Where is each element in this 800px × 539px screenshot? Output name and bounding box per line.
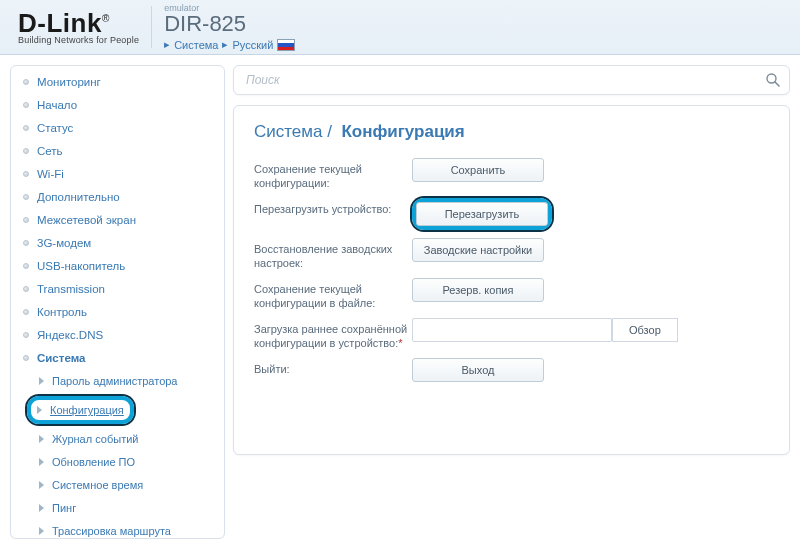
row-factory-reset: Восстановление заводских настроек: Завод… (254, 238, 769, 270)
model-name: DIR-825 (164, 13, 295, 35)
label-backup: Сохранение текущей конфигурации в файле: (254, 278, 412, 310)
sidebar-item-label: Трассировка маршрута (52, 523, 171, 539)
caret-right-icon (39, 435, 44, 443)
row-logout: Выйти: Выход (254, 358, 769, 382)
caret-right-icon (39, 458, 44, 466)
sidebar-item-3g[interactable]: 3G-модем (11, 231, 224, 254)
sidebar-item-label: Transmission (37, 281, 105, 297)
model-block: emulator DIR-825 ▸ Система ▸ Русский (164, 3, 295, 51)
bullet-icon (23, 171, 29, 177)
sidebar-item-network[interactable]: Сеть (11, 139, 224, 162)
bullet-icon (23, 79, 29, 85)
factory-reset-button[interactable]: Заводские настройки (412, 238, 544, 262)
reboot-button[interactable]: Перезагрузить (416, 202, 548, 226)
crumb-language[interactable]: Русский (232, 39, 273, 51)
logo-tagline: Building Networks for People (18, 35, 139, 45)
label-factory-reset: Восстановление заводских настроек: (254, 238, 412, 270)
header: D-Link® Building Networks for People emu… (0, 0, 800, 55)
main-area: Система / Конфигурация Сохранение текуще… (233, 65, 790, 539)
required-asterisk: * (398, 337, 402, 349)
sidebar-item-label: Начало (37, 97, 77, 113)
logout-button[interactable]: Выход (412, 358, 544, 382)
bullet-icon (23, 125, 29, 131)
sidebar-item-usb-storage[interactable]: USB-накопитель (11, 254, 224, 277)
sidebar-item-label: 3G-модем (37, 235, 91, 251)
sidebar-item-label: USB-накопитель (37, 258, 125, 274)
caret-right-icon (39, 527, 44, 535)
logo-text: D-Link® (18, 10, 139, 36)
sidebar-item-control[interactable]: Контроль (11, 300, 224, 323)
sidebar-item-label: Сеть (37, 143, 63, 159)
sidebar-item-label: Контроль (37, 304, 87, 320)
highlight-marker: Перезагрузить (412, 198, 552, 230)
sidebar-item-label: Дополнительно (37, 189, 120, 205)
sidebar-item-configuration[interactable]: Конфигурация (11, 392, 224, 427)
bullet-icon (23, 240, 29, 246)
search-input[interactable] (246, 73, 765, 87)
sidebar-item-label: Статус (37, 120, 73, 136)
label-upload-config: Загрузка раннее сохранённой конфигурации… (254, 318, 412, 350)
bullet-icon (23, 355, 29, 361)
sidebar-item-wifi[interactable]: Wi-Fi (11, 162, 224, 185)
highlight-marker: Конфигурация (27, 396, 134, 424)
content-panel: Система / Конфигурация Сохранение текуще… (233, 105, 790, 455)
bullet-icon (23, 332, 29, 338)
sidebar-item-traceroute[interactable]: Трассировка маршрута (11, 519, 224, 539)
caret-right-icon (37, 406, 42, 414)
brand-logo: D-Link® Building Networks for People (18, 10, 139, 45)
row-save-config: Сохранение текущей конфигурации: Сохрани… (254, 158, 769, 190)
page-title: Система / Конфигурация (254, 122, 769, 142)
sidebar-item-label: Яндекс.DNS (37, 327, 103, 343)
divider (151, 6, 152, 48)
sidebar-item-label: Мониторинг (37, 74, 101, 90)
sidebar-item-admin-password[interactable]: Пароль администратора (11, 369, 224, 392)
sidebar-item-status[interactable]: Статус (11, 116, 224, 139)
sidebar-item-label: Пинг (52, 500, 76, 516)
label-reboot: Перезагрузить устройство: (254, 198, 412, 216)
bullet-icon (23, 286, 29, 292)
flag-ru-icon[interactable] (277, 39, 295, 51)
breadcrumb: ▸ Система ▸ Русский (164, 38, 295, 51)
sidebar-item-start[interactable]: Начало (11, 93, 224, 116)
chevron-right-icon: ▸ (222, 38, 228, 51)
sidebar-item-monitoring[interactable]: Мониторинг (11, 70, 224, 93)
caret-right-icon (39, 377, 44, 385)
sidebar-item-label: Обновление ПО (52, 454, 135, 470)
bullet-icon (23, 217, 29, 223)
sidebar-item-label: Система (37, 350, 85, 366)
bullet-icon (23, 194, 29, 200)
sidebar-item-label: Пароль администратора (52, 373, 178, 389)
sidebar-item-label: Конфигурация (50, 402, 124, 418)
label-logout: Выйти: (254, 358, 412, 376)
bullet-icon (23, 102, 29, 108)
sidebar: Мониторинг Начало Статус Сеть Wi-Fi Допо… (10, 65, 225, 539)
chevron-right-icon: ▸ (164, 38, 170, 51)
browse-button[interactable]: Обзор (612, 318, 678, 342)
search-bar (233, 65, 790, 95)
sidebar-item-firewall[interactable]: Межсетевой экран (11, 208, 224, 231)
crumb-section[interactable]: Система (174, 39, 218, 51)
bullet-icon (23, 309, 29, 315)
sidebar-item-label: Межсетевой экран (37, 212, 136, 228)
sidebar-item-ping[interactable]: Пинг (11, 496, 224, 519)
bullet-icon (23, 148, 29, 154)
sidebar-item-firmware-update[interactable]: Обновление ПО (11, 450, 224, 473)
row-upload-config: Загрузка раннее сохранённой конфигурации… (254, 318, 769, 350)
sidebar-item-yandex-dns[interactable]: Яндекс.DNS (11, 323, 224, 346)
sidebar-item-system[interactable]: Система (11, 346, 224, 369)
save-button[interactable]: Сохранить (412, 158, 544, 182)
sidebar-item-transmission[interactable]: Transmission (11, 277, 224, 300)
search-icon[interactable] (765, 72, 781, 88)
bullet-icon (23, 263, 29, 269)
upload-file-path-input[interactable] (412, 318, 612, 342)
label-save-config: Сохранение текущей конфигурации: (254, 158, 412, 190)
row-reboot: Перезагрузить устройство: Перезагрузить (254, 198, 769, 230)
caret-right-icon (39, 504, 44, 512)
sidebar-item-system-time[interactable]: Системное время (11, 473, 224, 496)
sidebar-item-event-log[interactable]: Журнал событий (11, 427, 224, 450)
row-backup: Сохранение текущей конфигурации в файле:… (254, 278, 769, 310)
sidebar-item-advanced[interactable]: Дополнительно (11, 185, 224, 208)
backup-button[interactable]: Резерв. копия (412, 278, 544, 302)
sidebar-item-label: Wi-Fi (37, 166, 64, 182)
caret-right-icon (39, 481, 44, 489)
